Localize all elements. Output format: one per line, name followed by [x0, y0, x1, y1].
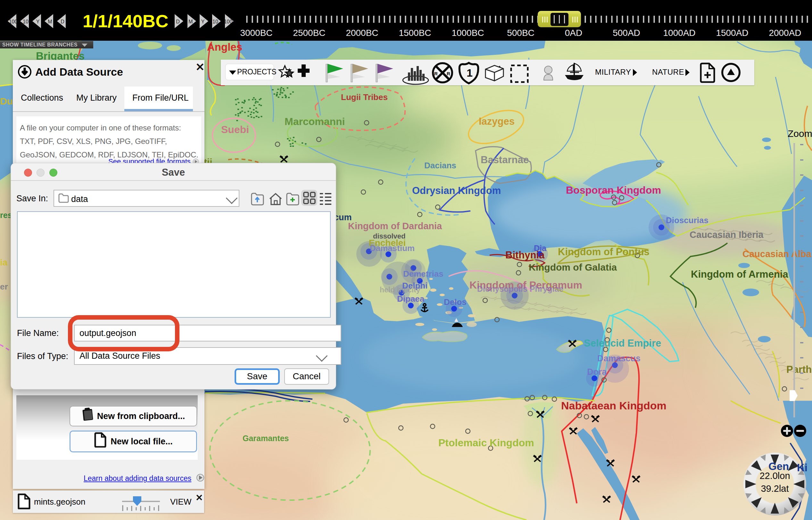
- svg-text:Du: Du: [0, 96, 13, 106]
- svg-text:Odrysian Kingdom: Odrysian Kingdom: [412, 185, 501, 196]
- svg-text:er: er: [0, 282, 8, 291]
- svg-text:D: D: [60, 19, 64, 24]
- svg-text:Damastium: Damastium: [370, 243, 415, 253]
- svg-text:Kingdom of Dardania: Kingdom of Dardania: [348, 221, 442, 231]
- svg-text:M: M: [48, 19, 52, 24]
- svg-text:0AD: 0AD: [565, 28, 582, 38]
- svg-text:Bosporan Kingdom: Bosporan Kingdom: [566, 184, 661, 196]
- svg-text:10: 10: [23, 19, 29, 24]
- svg-text:M: M: [188, 19, 193, 24]
- svg-text:Garamantes: Garamantes: [243, 434, 289, 443]
- svg-text:Kingdom of Pontus: Kingdom of Pontus: [558, 246, 650, 257]
- svg-text:Dora: Dora: [587, 367, 607, 377]
- svg-text:Caucasian Iberia: Caucasian Iberia: [689, 230, 764, 240]
- svg-text:Y: Y: [36, 19, 40, 24]
- svg-text:held by city: held by city: [380, 286, 421, 294]
- svg-text:Dioscurias: Dioscurias: [666, 215, 708, 225]
- svg-text:R: R: [434, 71, 438, 76]
- svg-text:1000BC: 1000BC: [452, 28, 484, 38]
- svg-text:Bithynia: Bithynia: [505, 250, 545, 261]
- svg-text:Damascus: Damascus: [597, 354, 641, 363]
- svg-text:ia: ia: [0, 257, 8, 267]
- svg-text:Kingdom of Galatia: Kingdom of Galatia: [529, 262, 617, 272]
- svg-text:D: D: [176, 19, 180, 24]
- svg-text:Y: Y: [201, 19, 205, 24]
- svg-text:Dionysopolis Phrygiae: Dionysopolis Phrygiae: [477, 284, 564, 293]
- svg-text:Kingdom of Armenia: Kingdom of Armenia: [691, 269, 788, 280]
- svg-text:3000BC: 3000BC: [240, 28, 272, 38]
- svg-text:1/1/140BC: 1/1/140BC: [83, 11, 168, 31]
- svg-text:Caucasian Alba: Caucasian Alba: [742, 249, 812, 259]
- svg-text:10: 10: [213, 19, 218, 24]
- svg-text:2000AD: 2000AD: [769, 28, 801, 38]
- svg-text:Delos: Delos: [444, 297, 466, 307]
- svg-text:Lugii Tribes: Lugii Tribes: [341, 92, 388, 102]
- svg-text:Nabataean Kingdom: Nabataean Kingdom: [561, 399, 667, 412]
- svg-text:2500BC: 2500BC: [293, 28, 325, 38]
- svg-text:Iazyges: Iazyges: [479, 116, 515, 127]
- svg-text:Demetrias: Demetrias: [403, 269, 443, 279]
- svg-text:res: res: [0, 211, 12, 219]
- svg-text:Parthi: Parthi: [786, 364, 812, 375]
- svg-text:22.0lon: 22.0lon: [759, 471, 790, 481]
- svg-text:Suebi: Suebi: [221, 124, 249, 135]
- svg-text:Ptolemaic Kingdom: Ptolemaic Kingdom: [438, 437, 534, 448]
- svg-text:Dacians: Dacians: [424, 161, 456, 170]
- svg-text:39.2lat: 39.2lat: [761, 484, 789, 494]
- svg-text:100: 100: [224, 19, 233, 24]
- svg-text:500AD: 500AD: [613, 28, 640, 38]
- svg-text:R: R: [447, 71, 450, 76]
- svg-text:100: 100: [9, 19, 18, 24]
- svg-text:500BC: 500BC: [507, 28, 535, 38]
- svg-text:1500AD: 1500AD: [716, 28, 748, 38]
- svg-text:1: 1: [466, 67, 472, 79]
- svg-text:Angles: Angles: [207, 41, 242, 53]
- svg-text:2000BC: 2000BC: [346, 28, 378, 38]
- svg-text:1000AD: 1000AD: [663, 28, 695, 38]
- svg-text:Marcomanni: Marcomanni: [285, 116, 345, 127]
- svg-text:Dipaea: Dipaea: [397, 294, 425, 304]
- svg-text:Bastarnae: Bastarnae: [481, 154, 529, 165]
- svg-text:Seleucid Empire: Seleucid Empire: [584, 338, 661, 349]
- svg-text:1500BC: 1500BC: [399, 28, 431, 38]
